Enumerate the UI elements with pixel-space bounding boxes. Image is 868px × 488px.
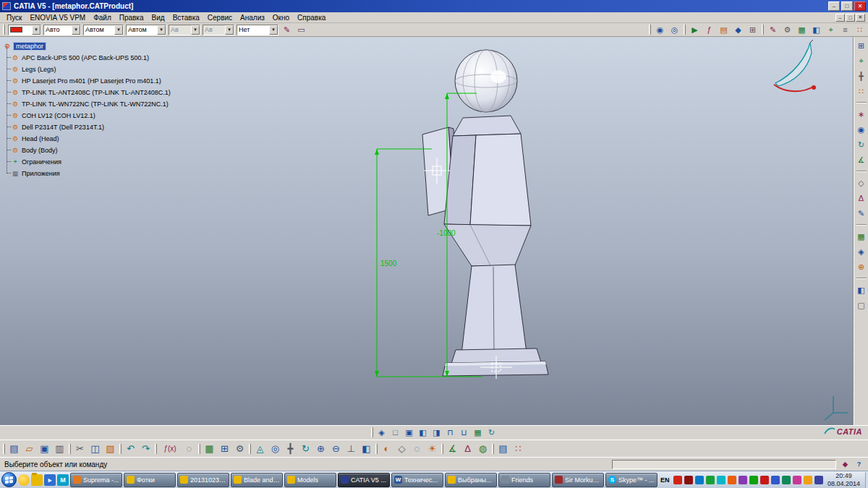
dmu-review-icon[interactable]: ◈ [855, 246, 867, 257]
doc-close-button[interactable]: ✕ [856, 14, 865, 22]
tree-item-label[interactable]: Ограничения [22, 158, 61, 166]
catalog-icon[interactable]: ▤ [718, 24, 730, 35]
show-desktop-button[interactable] [865, 472, 868, 488]
language-indicator[interactable]: EN [659, 476, 671, 484]
toolbar-grip[interactable] [441, 444, 443, 454]
toolbar-grip[interactable] [371, 427, 373, 437]
move-icon[interactable]: ╋ [855, 70, 867, 82]
maximize-button[interactable]: □ [841, 1, 853, 11]
color-combo[interactable]: ▾ [8, 25, 41, 35]
painter-icon[interactable]: ✎ [281, 24, 293, 35]
toolbar-grip[interactable] [249, 444, 251, 454]
quick-launch-mail-icon[interactable]: M [57, 474, 69, 486]
tray-icon-14[interactable] [814, 476, 823, 484]
settings-icon[interactable]: ⚙ [781, 24, 793, 35]
dimension-offset-label[interactable]: -1000 [437, 229, 456, 237]
comment-icon[interactable]: ◌ [182, 442, 196, 455]
rotate-icon[interactable]: ↻ [299, 442, 312, 455]
product-graph-icon[interactable]: ⊞ [855, 40, 867, 51]
toolbar-grip[interactable] [198, 444, 200, 454]
iso-view-icon[interactable]: ◈ [375, 427, 388, 438]
snap-icon[interactable]: ∷ [854, 24, 866, 35]
light-icon[interactable]: ☀ [425, 442, 439, 455]
search-icon[interactable]: ◉ [654, 24, 666, 35]
menu-help[interactable]: Справка [294, 14, 329, 22]
redo-icon[interactable]: ↷ [139, 442, 153, 455]
taskbar-button-friends[interactable]: Friends [498, 473, 550, 487]
new-file-icon[interactable]: ▤ [7, 442, 21, 455]
quick-launch-icon-1[interactable] [18, 474, 30, 486]
wizard-icon[interactable]: ▭ [295, 24, 307, 35]
snap-grid-icon[interactable]: ∷ [511, 442, 525, 455]
knowledge-formula-icon[interactable]: ƒ [703, 24, 715, 35]
taskbar-button-20131023[interactable]: 20131023_... [177, 473, 229, 487]
taskbar-button-selected[interactable]: Выбраны... [445, 473, 497, 487]
tray-icon-10[interactable] [771, 476, 780, 484]
undo-icon[interactable]: ↶ [124, 442, 137, 455]
tree-item-label[interactable]: Приложения [22, 170, 60, 177]
table-icon[interactable]: ▦ [796, 24, 808, 35]
print-icon[interactable]: ▥ [53, 442, 67, 455]
tray-icon-12[interactable] [793, 476, 801, 484]
toolbar-grip[interactable] [155, 444, 157, 454]
fit-all-icon[interactable]: ◎ [268, 442, 282, 455]
constraint-tool-icon[interactable]: ⌖ [855, 55, 867, 67]
menu-enovia[interactable]: ENOVIA V5 VPM [26, 14, 89, 22]
graph-tool-icon[interactable]: ⊞ [218, 442, 231, 455]
hide-show-icon[interactable]: ◌ [410, 442, 424, 455]
taskbar-button-catia[interactable]: CATIA V5 ... [338, 473, 390, 487]
toolbar-grip[interactable] [3, 25, 5, 35]
menu-tools[interactable]: Сервис [204, 14, 236, 22]
close-button[interactable]: ✕ [854, 1, 866, 11]
doc-restore-button[interactable]: □ [846, 14, 855, 22]
quick-launch-player-icon[interactable]: ▸ [44, 474, 56, 486]
toolbar-grip[interactable] [3, 444, 5, 454]
taskbar-button-models[interactable]: Models [284, 473, 336, 487]
normal-view-icon[interactable]: ⊥ [344, 442, 358, 455]
save-icon[interactable]: ▣ [38, 442, 51, 455]
scene-icon[interactable]: ▦ [855, 231, 867, 242]
rotate-view-icon[interactable]: ↻ [485, 427, 498, 438]
camera-icon[interactable]: ▢ [855, 299, 867, 311]
toolbar-grip[interactable] [649, 25, 651, 35]
menu-edit[interactable]: Правка [116, 14, 148, 22]
paste-icon[interactable]: ▧ [103, 442, 117, 455]
top-view-icon[interactable]: ⊓ [444, 427, 456, 438]
tree-item-label[interactable]: COH LV12 (COH LV12.1) [22, 112, 95, 119]
menu-view[interactable]: Вид [148, 14, 169, 22]
toolbar-grip[interactable] [69, 444, 71, 454]
tree-item-label[interactable]: Body (Body) [22, 147, 58, 154]
shading-icon[interactable]: ◐ [380, 442, 393, 455]
menu-insert[interactable]: Вставка [169, 14, 203, 22]
toolbar-grip[interactable] [684, 25, 686, 35]
grid-icon[interactable]: ⊞ [746, 24, 759, 35]
named-views-icon[interactable]: ▦ [472, 427, 484, 438]
start-button[interactable] [1, 472, 17, 487]
tray-icon-5[interactable] [717, 476, 726, 484]
quick-launch-folder-icon[interactable] [31, 474, 43, 486]
line-type-combo[interactable]: Автом ▾ [126, 25, 166, 35]
tray-icon-9[interactable] [760, 476, 769, 484]
taskbar-button-suprema[interactable]: Suprema -... [70, 473, 122, 487]
minimize-button[interactable]: – [828, 1, 840, 11]
explode-icon[interactable]: ∗ [855, 108, 867, 120]
status-alert-icon[interactable]: ◆ [841, 460, 850, 469]
right-view-icon[interactable]: ◨ [430, 427, 443, 438]
tree-item-label[interactable]: TP-LINK TL-ANT2408C (TP-LINK TL-ANT2408C… [22, 89, 171, 96]
3d-viewport[interactable]: 1500 -1000 ⚙ metaphor ⚙ [0, 37, 854, 425]
taskbar-clock[interactable]: 20:49 08.04.2014 [825, 472, 863, 487]
taskbar-button-blade[interactable]: Blade and ... [231, 473, 283, 487]
layer-filter-combo[interactable]: Нет ▾ [237, 25, 278, 35]
copy-icon[interactable]: ◫ [88, 442, 102, 455]
tray-icon-7[interactable] [739, 476, 747, 484]
tree-root-label[interactable]: metaphor [14, 43, 46, 50]
wireframe-icon[interactable]: ◇ [395, 442, 409, 455]
chevron-down-icon[interactable]: ▾ [114, 25, 123, 35]
bottom-view-icon[interactable]: ⊔ [458, 427, 470, 438]
cut-icon[interactable]: ✂ [73, 442, 87, 455]
multi-view-icon[interactable]: ◧ [359, 442, 373, 455]
tray-icon-8[interactable] [749, 476, 758, 484]
part-icon[interactable]: ◆ [732, 24, 744, 35]
taskbar-button-sirmorkus[interactable]: Sir Morkus... [552, 473, 604, 487]
line-weight-combo[interactable]: Автом ▾ [83, 25, 124, 35]
